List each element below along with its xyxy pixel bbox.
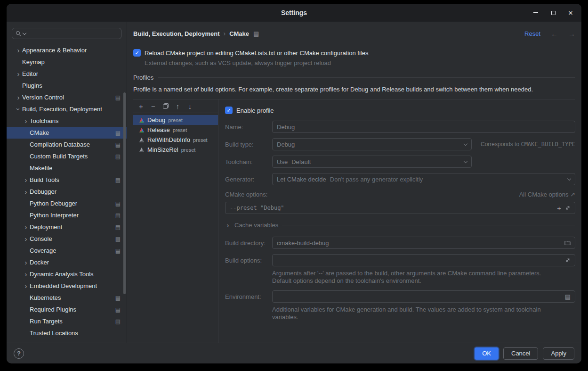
sidebar-item-docker[interactable]: ›Docker [7,256,127,268]
profile-list-column: + − ↑ ↓ DebugpresetReleasepresetRelWithD… [133,99,218,343]
add-profile-button[interactable]: + [136,101,146,111]
environment-label: Environment: [225,293,272,300]
back-icon[interactable]: ← [551,30,558,38]
chevron-down-icon[interactable]: › [15,106,22,113]
build-options-field[interactable] [272,254,575,266]
expand-icon[interactable] [565,205,571,211]
reload-cmake-checkbox[interactable]: ✓ [133,49,141,57]
chevron-right-icon[interactable]: › [22,117,30,124]
build-type-select[interactable]: Debug [272,138,472,150]
sidebar-scrollbar[interactable] [123,92,126,294]
chevron-right-icon[interactable]: › [15,47,22,54]
cancel-button[interactable]: Cancel [503,347,538,360]
folder-icon[interactable] [564,240,571,246]
sidebar-item-editor[interactable]: ›Editor [7,68,127,80]
dialog-footer: ? OK Cancel Apply [7,343,581,363]
search-field[interactable] [12,28,121,39]
sidebar-item-keymap[interactable]: Keymap [7,56,127,68]
copy-profile-button[interactable] [160,101,171,111]
sidebar-item-debugger[interactable]: ›Debugger [7,186,127,198]
sidebar-item-trusted-locations[interactable]: Trusted Locations [7,327,127,339]
move-up-button[interactable]: ↑ [172,101,183,111]
toolchain-select[interactable]: Use Default [272,156,472,168]
sidebar-item-run-targets[interactable]: Run Targets▤ [7,315,127,327]
profile-item-minsizerel[interactable]: MinSizeRelpreset [133,145,218,155]
maximize-icon[interactable] [550,9,556,16]
sidebar-item-coverage[interactable]: Coverage▤ [7,245,127,256]
search-history-chevron-icon[interactable] [23,31,26,34]
close-icon[interactable]: × [567,9,574,16]
settings-scope-icon: ▤ [115,307,121,313]
sidebar-item-label: Toolchains [30,117,58,124]
all-cmake-options-link[interactable]: All CMake options ↗ [519,191,575,198]
name-field[interactable]: Debug [272,121,575,133]
sidebar-item-build-execution-deployment[interactable]: ›Build, Execution, Deployment [7,103,127,115]
enable-profile-checkbox[interactable]: ✓ [225,107,233,114]
help-button[interactable]: ? [14,348,24,359]
expand-icon[interactable] [565,257,571,263]
sidebar-item-dynamic-analysis-tools[interactable]: ›Dynamic Analysis Tools [7,268,127,280]
chevron-right-icon[interactable]: › [22,271,30,278]
profile-item-relwithdebinfo[interactable]: RelWithDebInfopreset [133,135,218,145]
sidebar-item-compilation-database[interactable]: Compilation Database▤ [7,139,127,150]
sidebar-item-embedded-development[interactable]: ›Embedded Development [7,280,127,292]
cmake-profile-icon [139,147,145,153]
sidebar-item-makefile[interactable]: Makefile [7,162,127,174]
generator-select[interactable]: Let CMake decide Don't pass any generato… [272,173,575,185]
sidebar-item-toolchains[interactable]: ›Toolchains [7,115,127,127]
toolchain-label: Toolchain: [225,158,272,165]
profile-item-release[interactable]: Releasepreset [133,125,218,135]
sidebar-item-custom-build-targets[interactable]: Custom Build Targets▤ [7,150,127,162]
env-vars-icon[interactable]: ▤ [565,294,571,300]
settings-scope-icon: ▤ [115,142,121,148]
build-type-note: Corresponds to CMAKE_BUILD_TYPE [472,141,575,148]
sidebar-item-cmake[interactable]: CMake▤ [7,127,127,139]
chevron-right-icon[interactable]: › [22,259,30,266]
chevron-right-icon[interactable]: › [22,223,30,231]
sidebar-item-console[interactable]: ›Console▤ [7,233,127,245]
cache-variables-toggle[interactable]: › Cache variables [225,222,575,229]
breadcrumb-current: CMake [229,30,249,37]
chevron-right-icon[interactable]: › [22,235,30,242]
breadcrumb-separator-icon: › [223,30,226,37]
reset-link[interactable]: Reset [524,30,540,37]
sidebar-item-version-control[interactable]: ›Version Control▤ [7,91,127,103]
build-options-hint: Arguments after '--' are passed to the b… [272,270,575,285]
chevron-right-icon[interactable]: › [22,188,30,195]
chevron-right-icon[interactable]: › [22,282,30,289]
ok-button[interactable]: OK [475,347,499,360]
sidebar-item-appearance-behavior[interactable]: ›Appearance & Behavior [7,44,127,56]
search-input[interactable] [28,30,118,37]
profile-item-debug[interactable]: Debugpreset [133,115,218,125]
sidebar-item-plugins[interactable]: Plugins [7,80,127,91]
apply-button[interactable]: Apply [543,347,574,360]
chevron-down-icon [464,141,467,145]
build-directory-field[interactable]: cmake-build-debug [272,237,575,249]
sidebar-item-required-plugins[interactable]: Required Plugins▤ [7,304,127,315]
remove-profile-button[interactable]: − [148,101,159,111]
sidebar-item-label: Debugger [30,188,56,195]
settings-scope-icon: ▤ [115,154,121,159]
forward-icon[interactable]: → [568,30,575,38]
cmake-options-field[interactable]: --preset "Debug" + [225,202,575,214]
chevron-right-icon[interactable]: › [15,70,22,77]
copy-icon [163,103,169,109]
sidebar-item-python-debugger[interactable]: Python Debugger▤ [7,198,127,209]
minimize-icon[interactable] [532,9,539,16]
sidebar-item-deployment[interactable]: ›Deployment▤ [7,221,127,233]
build-directory-value: cmake-build-debug [277,239,329,247]
settings-scope-icon: ▤ [115,95,121,100]
chevron-right-icon[interactable]: › [15,94,22,101]
cmake-options-label: CMake options: [225,191,272,198]
chevron-right-icon[interactable]: › [22,176,30,183]
add-option-icon[interactable]: + [557,205,561,212]
sidebar-item-label: Plugins [22,82,42,89]
sidebar-item-build-tools[interactable]: ›Build Tools▤ [7,174,127,186]
breadcrumb-parent[interactable]: Build, Execution, Deployment [133,30,219,37]
sidebar-item-python-interpreter[interactable]: Python Interpreter▤ [7,209,127,221]
move-down-button[interactable]: ↓ [185,101,195,111]
profile-name: RelWithDebInfo [147,136,190,143]
sidebar-item-kubernetes[interactable]: Kubernetes▤ [7,292,127,304]
environment-field[interactable]: ▤ [272,290,575,303]
sidebar-item-label: Dynamic Analysis Tools [30,271,94,278]
